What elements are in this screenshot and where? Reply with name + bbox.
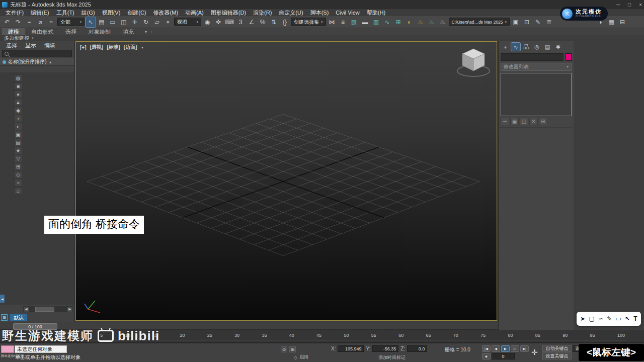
menu-item[interactable]: 修改器(M) — [150, 9, 182, 17]
menu-item[interactable]: 编辑(E) — [27, 9, 53, 17]
set-key-button[interactable]: 设置关键点 — [542, 352, 572, 359]
keyboard-override-icon[interactable]: ⌨ ▾ — [224, 17, 234, 27]
filter-selection-icon[interactable]: ⌂ — [14, 187, 22, 195]
toolbar-right-icon[interactable]: ▦ ▾ — [606, 17, 616, 27]
filter-helpers-icon[interactable]: ＋ — [14, 115, 22, 122]
undo-icon[interactable]: ↶ ▾ — [2, 17, 12, 27]
explorer-view-icon[interactable]: ⊞ — [1, 314, 8, 321]
current-frame-field[interactable]: 0 — [492, 353, 515, 359]
layer-manager-icon[interactable]: ▧ ▾ — [349, 17, 359, 27]
previous-frame-button[interactable]: ◀ — [492, 345, 500, 352]
next-frame-button[interactable]: ▷ — [511, 345, 519, 352]
menu-item[interactable]: 组(G) — [78, 9, 99, 17]
scroll-track[interactable] — [29, 306, 67, 312]
tab-hierarchy-icon[interactable]: 品 — [522, 43, 531, 51]
selection-lock-icon[interactable]: ⊞ — [289, 346, 296, 352]
edit-named-selections-icon[interactable]: {} ▾ — [280, 17, 290, 27]
filter-all-icon[interactable]: ◍ — [14, 74, 22, 82]
arrow-tool-icon[interactable]: ↖ — [625, 315, 630, 322]
filter-materials-icon[interactable]: ⊞ — [14, 163, 22, 170]
menu-item[interactable]: 图形编辑器(D) — [207, 9, 250, 17]
play-button[interactable]: ▶ — [501, 345, 510, 352]
ribbon-toggle-icon[interactable]: ▬ ▾ — [360, 17, 370, 27]
reference-coordinate-dropdown[interactable]: 视图 ▾ — [174, 18, 201, 26]
ribbon-tab[interactable]: 选择 — [59, 28, 83, 35]
filter-xrefs-icon[interactable]: ▤ — [14, 139, 22, 146]
maximize-button[interactable]: □ — [628, 2, 631, 8]
z-coordinate-field[interactable]: 0.0 — [407, 345, 427, 352]
auto-key-button[interactable]: 自动关键点 — [542, 345, 572, 352]
pointer-icon[interactable]: ➤ — [580, 315, 585, 322]
mirror-icon[interactable]: ⋈ ▾ — [327, 17, 337, 27]
ribbon-minimize-icon[interactable]: ▾ — [145, 30, 147, 34]
tab-create-icon[interactable]: ＋ — [501, 43, 510, 51]
x-coordinate-field[interactable]: 105.949 — [338, 345, 364, 352]
render-production-icon[interactable]: ♨ ▾ — [438, 17, 448, 27]
filter-containers-icon[interactable]: ▽ — [14, 155, 22, 162]
named-selection-sets-dropdown[interactable]: 创建选择集 ▾ — [291, 18, 326, 26]
select-and-scale-icon[interactable]: ▱ ▾ — [152, 17, 162, 27]
unlink-selection-icon[interactable]: ⌀ ▾ — [35, 17, 45, 27]
menu-item[interactable]: 动画(A) — [182, 9, 207, 17]
macro-recorder-strip[interactable] — [1, 345, 14, 353]
menu-item[interactable]: 帮助(H) — [363, 9, 389, 17]
toolbar-right-icon[interactable]: ⊟ ▾ — [617, 17, 627, 27]
tab-utilities-icon[interactable]: ✱ — [553, 43, 562, 51]
search-input[interactable] — [11, 51, 71, 56]
remove-modifier-icon[interactable]: ✕ — [529, 118, 538, 125]
filter-bones-icon[interactable]: ★ — [14, 147, 22, 154]
object-name-field[interactable] — [501, 53, 564, 61]
viewport-pov-menu[interactable]: [透视] — [90, 44, 104, 51]
explorer-sort-header[interactable]: 名称(按升序排序) ▲ — [0, 58, 74, 66]
menu-item[interactable]: 创建(C) — [124, 9, 149, 17]
menu-item[interactable]: 渲染(R) — [250, 9, 275, 17]
select-region-icon[interactable]: ▢ — [589, 315, 594, 322]
select-and-move-icon[interactable]: ✛ ▾ — [130, 17, 140, 27]
filter-groups-icon[interactable]: ▣ — [14, 131, 22, 138]
modifier-stack-list[interactable] — [501, 73, 572, 116]
snaps-toggle-icon[interactable]: 3 ▾ — [235, 17, 246, 27]
goto-start-button[interactable]: |◀ — [482, 345, 491, 352]
show-end-result-icon[interactable]: ▣ — [510, 118, 519, 125]
ribbon-tab[interactable]: 对象绘制 — [83, 28, 117, 35]
project-folder-icon[interactable]: ▣ ▾ — [511, 17, 521, 27]
isolate-selection-icon[interactable]: ⊘ — [281, 346, 287, 352]
close-button[interactable]: × — [639, 2, 642, 8]
select-and-rotate-icon[interactable]: ↻ ▾ — [141, 17, 151, 27]
spinner-snap-icon[interactable]: ⇅ ▾ — [269, 17, 279, 27]
select-and-manipulate-icon[interactable]: ✜ ▾ — [213, 17, 223, 27]
explorer-preset-dropdown[interactable]: 默认 — [10, 314, 27, 321]
filter-lights-icon[interactable]: ▲ — [14, 99, 22, 106]
curve-editor-icon[interactable]: ∿ ▾ — [382, 17, 392, 27]
goto-end-button[interactable]: ▶| — [520, 345, 529, 352]
rendered-frame-icon[interactable]: ♨ ▾ — [427, 17, 437, 27]
viewcube[interactable] — [452, 45, 495, 81]
redo-icon[interactable]: ↷ ▾ — [13, 17, 23, 27]
menu-item[interactable]: Civil View — [332, 10, 363, 16]
select-and-place-icon[interactable]: ⌖ ▾ — [163, 17, 173, 27]
panel-collapse-tab[interactable]: ◀ — [0, 295, 5, 303]
tab-motion-icon[interactable]: ◎ — [532, 43, 541, 51]
make-unique-icon[interactable]: ◫ — [520, 118, 528, 125]
scroll-left-button[interactable]: ◀ — [23, 306, 29, 312]
ribbon-panel-label[interactable]: 多边形建模 — [4, 35, 29, 42]
ribbon-tab[interactable]: 填充 — [117, 28, 140, 35]
asset-library-icon[interactable]: ⊡ ▾ — [522, 17, 532, 27]
angle-snap-icon[interactable]: ∠ ▾ — [247, 17, 257, 27]
filter-shapes-icon[interactable]: ● — [14, 90, 22, 98]
select-by-name-icon[interactable]: ▤ ▾ — [97, 17, 107, 27]
filter-cameras-icon[interactable]: ◆ — [14, 107, 22, 114]
schematic-view-icon[interactable]: ⊞ ▾ — [393, 17, 404, 27]
menu-item[interactable]: 自定义(U) — [275, 9, 306, 17]
tab-display-icon[interactable]: ▤ — [543, 43, 552, 51]
pin-stack-icon[interactable]: ⊸ — [501, 118, 509, 125]
project-path-dropdown[interactable]: C:\Users\ad…ds Max 2025 ▾ — [449, 18, 510, 26]
time-tag-label[interactable]: 添加时间标记 — [378, 354, 406, 361]
toolbar-extra-icon[interactable]: ≣ ▾ — [544, 17, 554, 27]
rectangle-tool-icon[interactable]: ▭ — [616, 315, 621, 322]
filter-spacewarps-icon[interactable]: ◐ — [14, 123, 22, 130]
scene-explorer-toggle-icon[interactable]: ▥ ▾ — [371, 17, 381, 27]
render-setup-icon[interactable]: ♨ ▾ — [416, 17, 426, 27]
ribbon-circle-icon[interactable]: ◦ — [151, 30, 152, 34]
filter-frozen-icon[interactable]: ◇ — [14, 171, 22, 178]
